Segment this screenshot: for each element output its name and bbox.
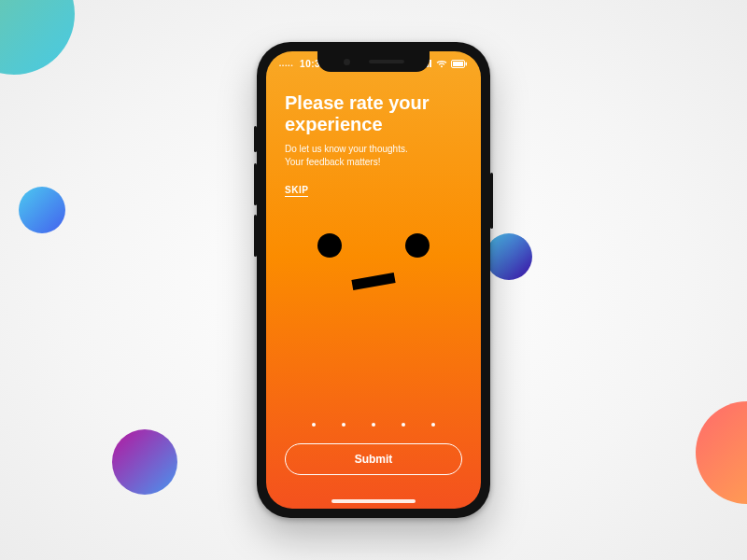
svg-rect-6 xyxy=(453,62,463,66)
pager-dot[interactable] xyxy=(402,423,405,427)
subtitle-line: Do let us know your thoughts. xyxy=(285,144,408,154)
page-subtitle: Do let us know your thoughts. Your feedb… xyxy=(285,143,462,169)
bg-decoration-circle xyxy=(0,0,75,75)
screen: ••••• 10:30 Please rate your experience … xyxy=(266,51,481,509)
home-indicator[interactable] xyxy=(331,499,416,503)
phone-side-button xyxy=(254,163,257,205)
rating-pager[interactable] xyxy=(266,423,481,427)
phone-side-button xyxy=(254,215,257,257)
bg-decoration-circle xyxy=(112,429,177,495)
face-eye xyxy=(405,233,430,258)
svg-point-4 xyxy=(441,65,443,67)
bg-decoration-circle xyxy=(19,187,65,233)
skip-button[interactable]: SKIP xyxy=(285,185,308,197)
bg-decoration-circle xyxy=(696,401,747,504)
pager-dot[interactable] xyxy=(372,423,375,427)
speaker-grille xyxy=(369,60,404,63)
front-camera-icon xyxy=(344,59,350,65)
submit-button[interactable]: Submit xyxy=(285,443,462,475)
phone-notch xyxy=(317,51,430,72)
svg-rect-7 xyxy=(466,62,468,65)
carrier-dots: ••••• xyxy=(279,63,294,68)
bg-decoration-circle xyxy=(486,233,532,280)
pager-dot[interactable] xyxy=(431,423,435,427)
page-title: Please rate your experience xyxy=(285,92,462,135)
face-eye xyxy=(317,233,342,258)
phone-side-button xyxy=(490,173,493,229)
wifi-icon xyxy=(436,60,447,68)
face-eyes xyxy=(317,233,430,258)
phone-frame: ••••• 10:30 Please rate your experience … xyxy=(257,42,490,518)
svg-rect-3 xyxy=(430,60,431,67)
neutral-face-icon xyxy=(266,233,481,287)
pager-dot[interactable] xyxy=(312,423,316,427)
battery-icon xyxy=(451,60,468,68)
phone-side-button xyxy=(254,126,257,152)
pager-dot[interactable] xyxy=(342,423,345,427)
subtitle-line: Your feedback matters! xyxy=(285,157,380,167)
